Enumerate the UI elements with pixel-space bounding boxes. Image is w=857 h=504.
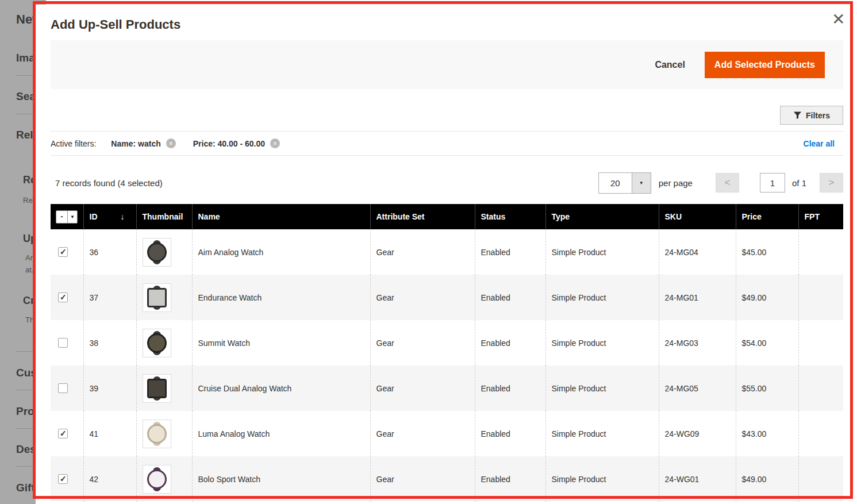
- select-all-dropdown[interactable]: - ▼: [56, 210, 78, 224]
- column-header-sku[interactable]: SKU: [659, 204, 736, 229]
- filter-chip-price: Price: 40.00 - 60.00 ✕: [193, 138, 280, 148]
- cell-sku: 24-MG04: [659, 229, 736, 275]
- records-found-text: 7 records found (4 selected): [55, 178, 163, 188]
- products-grid: - ▼ ID ↓ Thumbnail Name Attribute Set St…: [51, 204, 843, 502]
- column-header-label: ID: [90, 212, 98, 221]
- grid-header-row: - ▼ ID ↓ Thumbnail Name Attribute Set St…: [51, 204, 843, 229]
- cell-type: Simple Product: [545, 320, 659, 366]
- cell-attribute-set: Gear: [370, 366, 475, 411]
- cell-price: $55.00: [736, 366, 798, 411]
- remove-filter-icon[interactable]: ✕: [270, 138, 280, 148]
- cell-fpt: [798, 320, 843, 366]
- cell-name: Summit Watch: [192, 320, 370, 366]
- cell-fpt: [798, 411, 843, 456]
- cell-type: Simple Product: [545, 411, 659, 456]
- previous-page-button[interactable]: <: [716, 173, 739, 193]
- bg-section-design-fragment: Des: [16, 443, 36, 456]
- cell-sku: 24-WG01: [659, 456, 736, 502]
- cell-id: 39: [83, 366, 136, 411]
- chevron-down-icon: ▼: [632, 173, 651, 193]
- column-header-status[interactable]: Status: [475, 204, 545, 229]
- sport-watch-icon: [147, 467, 167, 491]
- per-page-select[interactable]: 20 ▼: [598, 172, 651, 194]
- filter-chip-label: Price: 40.00 - 60.00: [193, 139, 265, 148]
- grid-controls-bar: 7 records found (4 selected) 20 ▼ per pa…: [51, 170, 843, 196]
- bg-section-images-fragment: Ima: [16, 52, 35, 64]
- product-thumbnail: [143, 420, 171, 448]
- table-row: 41 Luma Analog Watch Gear Enabled Simple…: [51, 411, 843, 456]
- cell-type: Simple Product: [545, 229, 659, 275]
- column-header-fpt[interactable]: FPT: [798, 204, 843, 229]
- row-checkbox[interactable]: [58, 383, 68, 393]
- page-number-input[interactable]: [760, 173, 785, 193]
- clear-all-link[interactable]: Clear all: [804, 139, 835, 148]
- cell-attribute-set: Gear: [370, 229, 475, 275]
- row-checkbox[interactable]: [58, 338, 68, 348]
- close-icon[interactable]: ✕: [832, 11, 845, 28]
- bg-subheading-crosssell-fragment: Cr: [23, 295, 34, 307]
- cell-attribute-set: Gear: [370, 320, 475, 366]
- sort-descending-icon: ↓: [121, 212, 125, 221]
- cell-status: Enabled: [475, 456, 545, 502]
- product-thumbnail: [143, 238, 171, 267]
- row-checkbox[interactable]: [58, 429, 68, 438]
- filters-button[interactable]: Filters: [780, 106, 843, 125]
- column-header-attribute-set[interactable]: Attribute Set: [370, 204, 475, 229]
- bg-subheading-related-fragment: Re: [23, 174, 36, 186]
- cell-sku: 24-MG03: [659, 320, 736, 366]
- cell-status: Enabled: [475, 411, 545, 456]
- remove-filter-icon[interactable]: ✕: [166, 138, 176, 148]
- cell-status: Enabled: [475, 275, 545, 320]
- cell-attribute-set: Gear: [370, 411, 475, 456]
- bg-text-fragment: at.: [25, 266, 33, 274]
- row-checkbox[interactable]: [58, 474, 68, 484]
- cell-id: 41: [83, 411, 136, 456]
- filter-chip-label: Name: watch: [111, 139, 160, 148]
- add-selected-products-button[interactable]: Add Selected Products: [705, 52, 825, 78]
- cell-fpt: [798, 456, 843, 502]
- chevron-down-icon: ▼: [67, 211, 77, 223]
- add-upsell-products-modal: Add Up-Sell Products ✕ Cancel Add Select…: [36, 5, 857, 504]
- column-header-id[interactable]: ID ↓: [83, 204, 136, 229]
- filters-button-label: Filters: [806, 111, 830, 120]
- product-thumbnail: [143, 283, 171, 312]
- cell-id: 36: [83, 229, 136, 275]
- cell-status: Enabled: [475, 320, 545, 366]
- sport-watch-icon: [147, 331, 167, 355]
- analog-watch-icon: [147, 240, 167, 264]
- divider: [51, 155, 843, 156]
- dual-analog-watch-icon: [147, 376, 167, 401]
- product-thumbnail: [143, 465, 171, 494]
- cell-id: 37: [83, 275, 136, 320]
- cell-sku: 24-MG05: [659, 366, 736, 411]
- cell-price: $43.00: [736, 411, 798, 456]
- column-header-name[interactable]: Name: [192, 204, 370, 229]
- active-filters-bar: Active filters: Name: watch ✕ Price: 40.…: [51, 132, 843, 155]
- cell-price: $49.00: [736, 456, 798, 502]
- cancel-button[interactable]: Cancel: [655, 60, 685, 70]
- cell-sku: 24-WG09: [659, 411, 736, 456]
- table-row: 38 Summit Watch Gear Enabled Simple Prod…: [51, 320, 843, 366]
- column-header-type[interactable]: Type: [545, 204, 659, 229]
- row-checkbox[interactable]: [58, 293, 68, 302]
- per-page-label: per page: [659, 178, 693, 188]
- cell-price: $45.00: [736, 229, 798, 275]
- cell-price: $54.00: [736, 320, 798, 366]
- cell-status: Enabled: [475, 229, 545, 275]
- table-row: 39 Cruise Dual Analog Watch Gear Enabled…: [51, 366, 843, 411]
- cell-name: Luma Analog Watch: [192, 411, 370, 456]
- filter-funnel-icon: [793, 111, 802, 120]
- bg-text-fragment: Rel: [23, 196, 34, 205]
- cell-type: Simple Product: [545, 275, 659, 320]
- next-page-button[interactable]: >: [820, 173, 843, 193]
- column-header-price[interactable]: Price: [736, 204, 798, 229]
- column-header-thumbnail[interactable]: Thumbnail: [136, 204, 192, 229]
- per-page-value: 20: [599, 173, 632, 193]
- cell-id: 38: [83, 320, 136, 366]
- product-thumbnail: [143, 329, 171, 357]
- active-filters-label: Active filters:: [51, 139, 96, 148]
- cell-name: Bolo Sport Watch: [192, 456, 370, 502]
- digital-watch-icon: [147, 286, 167, 310]
- cell-name: Endurance Watch: [192, 275, 370, 320]
- row-checkbox[interactable]: [58, 247, 68, 257]
